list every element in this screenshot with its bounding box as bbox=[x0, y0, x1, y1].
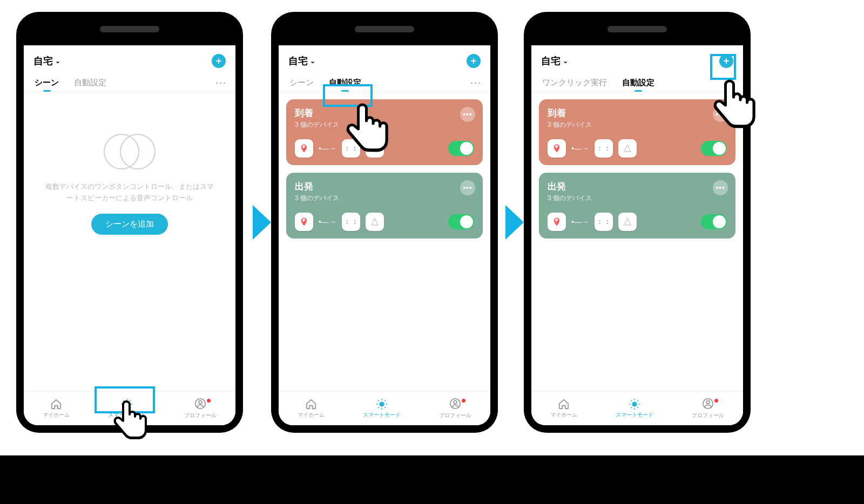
top-bar: 自宅 ⌄ + bbox=[279, 45, 490, 70]
automation-toggle[interactable] bbox=[701, 214, 727, 229]
ellipsis-icon: ••• bbox=[716, 110, 725, 119]
arrow-right-icon: •—→ bbox=[319, 144, 336, 153]
phone-screen-3: 自宅 ⌄ + ワンクリック実行 自動設定 到着 3 個のデバイス ••• •—→… bbox=[531, 45, 743, 425]
tab-scene-label: シーン bbox=[35, 78, 59, 87]
highlight-add-button bbox=[710, 54, 736, 80]
tabbar-smart[interactable]: スマートモード bbox=[363, 398, 401, 419]
bottom-tab-bar: マイホーム スマートモード プロフィール bbox=[531, 391, 743, 425]
location-icon bbox=[295, 213, 313, 231]
tabbar-profile[interactable]: プロフィール bbox=[439, 398, 471, 419]
more-icon: ··· bbox=[215, 77, 227, 88]
ellipsis-icon: ••• bbox=[716, 183, 725, 192]
location-icon bbox=[295, 139, 313, 158]
step-arrow-icon bbox=[253, 205, 271, 240]
tabbar-profile-label: プロフィール bbox=[692, 412, 724, 419]
top-bar: 自宅 ⌄ + bbox=[24, 45, 235, 70]
ellipsis-icon: ••• bbox=[463, 183, 473, 192]
home-selector[interactable]: 自宅 ⌄ bbox=[33, 55, 60, 67]
plus-icon: + bbox=[471, 56, 477, 67]
arrow-right-icon: •—→ bbox=[319, 217, 336, 226]
automation-toggle[interactable] bbox=[448, 214, 474, 229]
phone-speaker bbox=[355, 26, 414, 32]
highlight-smart-tab bbox=[94, 386, 155, 413]
home-selector[interactable]: 自宅 ⌄ bbox=[288, 55, 315, 67]
device-plug-icon: : : bbox=[342, 213, 360, 231]
device-plug-icon: : : bbox=[342, 139, 360, 158]
card-more-button[interactable]: ••• bbox=[460, 180, 475, 195]
card-device-row: •—→ : : bbox=[548, 213, 727, 231]
add-button[interactable]: + bbox=[212, 54, 226, 68]
chevron-down-icon: ⌄ bbox=[563, 57, 568, 65]
ellipsis-icon: ••• bbox=[463, 110, 473, 119]
profile-icon bbox=[449, 398, 461, 410]
tab-scene-label: シーン bbox=[289, 78, 314, 87]
step-arrow-icon bbox=[505, 205, 524, 240]
tabbar-home-label: マイホーム bbox=[43, 411, 70, 419]
tabbar-profile[interactable]: プロフィール bbox=[184, 398, 217, 419]
card-device-row: •—→ : : bbox=[295, 139, 474, 158]
add-scene-button[interactable]: シーンを追加 bbox=[91, 214, 168, 235]
svg-line-19 bbox=[384, 407, 386, 408]
card-more-button[interactable]: ••• bbox=[460, 107, 475, 122]
empty-message: 複数デバイスのワンボタンコントロール、またはスマートスピーカーによる音声コントロ… bbox=[31, 181, 228, 204]
tabbar-home[interactable]: マイホーム bbox=[550, 398, 577, 419]
bottom-tab-bar: マイホーム スマートモード プロフィール bbox=[279, 391, 490, 425]
card-device-row: •—→ : : bbox=[295, 213, 474, 231]
card-title: 到着 bbox=[295, 107, 474, 119]
tabbar-smart-label: スマートモード bbox=[363, 411, 401, 419]
add-button[interactable]: + bbox=[467, 54, 481, 68]
home-selector[interactable]: 自宅 ⌄ bbox=[541, 55, 568, 67]
content-body: 到着 3 個のデバイス ••• •—→ : : 出発 3 個のデバイス ••• … bbox=[279, 92, 490, 391]
phone-screen-2: 自宅 ⌄ + シーン 自動設定 ··· 到着 3 個のデバイス ••• •—→ … bbox=[279, 45, 490, 425]
phone-frame-2: 自宅 ⌄ + シーン 自動設定 ··· 到着 3 個のデバイス ••• •—→ … bbox=[271, 12, 498, 433]
automation-card-departure[interactable]: 出発 3 個のデバイス ••• •—→ : : bbox=[539, 173, 735, 239]
svg-marker-35 bbox=[253, 205, 271, 240]
card-title: 出発 bbox=[295, 180, 474, 193]
home-icon bbox=[50, 398, 62, 410]
device-remote-icon bbox=[366, 139, 384, 158]
tab-bar: シーン 自動設定 ··· bbox=[279, 70, 490, 92]
tab-auto-label: 自動設定 bbox=[74, 78, 106, 87]
tabbar-profile[interactable]: プロフィール bbox=[692, 398, 724, 419]
device-remote-icon bbox=[618, 213, 637, 231]
automation-card-arrival[interactable]: 到着 3 個のデバイス ••• •—→ : : bbox=[539, 99, 735, 165]
tab-oneclick[interactable]: ワンクリック実行 bbox=[540, 74, 609, 91]
smart-mode-icon bbox=[629, 398, 640, 410]
device-plug-icon: : : bbox=[595, 213, 613, 231]
automation-toggle[interactable] bbox=[448, 141, 474, 156]
tab-auto[interactable]: 自動設定 bbox=[72, 74, 109, 91]
svg-line-21 bbox=[384, 400, 386, 401]
tabbar-home[interactable]: マイホーム bbox=[43, 398, 70, 419]
phone-speaker bbox=[100, 26, 159, 32]
content-body: 複数デバイスのワンボタンコントロール、またはスマートスピーカーによる音声コントロ… bbox=[24, 92, 235, 391]
tab-more-button[interactable]: ··· bbox=[215, 77, 227, 88]
automation-card-arrival[interactable]: 到着 3 個のデバイス ••• •—→ : : bbox=[286, 99, 483, 165]
tabbar-smart[interactable]: スマートモード bbox=[616, 398, 653, 419]
home-icon bbox=[305, 398, 317, 410]
profile-icon bbox=[702, 398, 714, 410]
home-label: 自宅 bbox=[33, 55, 53, 67]
tab-more-button[interactable]: ··· bbox=[470, 77, 482, 88]
page-footer-bar bbox=[0, 455, 864, 504]
phone-screen-1: 自宅 ⌄ + シーン 自動設定 ··· 複数デバイスのワンボタンコントロール、ま… bbox=[24, 45, 235, 425]
svg-line-30 bbox=[637, 407, 638, 408]
tabbar-profile-label: プロフィール bbox=[439, 412, 471, 419]
tab-auto[interactable]: 自動設定 bbox=[620, 74, 657, 91]
device-remote-icon bbox=[366, 213, 384, 231]
tabbar-home[interactable]: マイホーム bbox=[298, 398, 325, 419]
tab-scene[interactable]: シーン bbox=[287, 74, 316, 91]
card-more-button[interactable]: ••• bbox=[713, 107, 728, 122]
svg-line-20 bbox=[378, 407, 379, 408]
home-label: 自宅 bbox=[288, 55, 308, 67]
card-more-button[interactable]: ••• bbox=[713, 180, 728, 195]
automation-card-departure[interactable]: 出発 3 個のデバイス ••• •—→ : : bbox=[286, 173, 483, 239]
home-icon bbox=[558, 398, 570, 410]
tab-scene[interactable]: シーン bbox=[32, 74, 61, 91]
empty-state: 複数デバイスのワンボタンコントロール、またはスマートスピーカーによる音声コントロ… bbox=[31, 99, 228, 235]
arrow-right-icon: •—→ bbox=[571, 144, 589, 153]
smart-mode-icon bbox=[376, 398, 388, 410]
profile-icon bbox=[194, 398, 206, 410]
automation-toggle[interactable] bbox=[701, 141, 727, 156]
card-subtitle: 3 個のデバイス bbox=[295, 194, 474, 203]
tabbar-home-label: マイホーム bbox=[550, 411, 577, 419]
